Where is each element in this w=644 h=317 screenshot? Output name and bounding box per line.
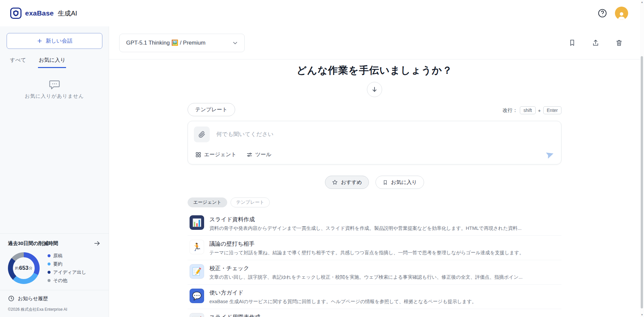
- scroll-down-arrow[interactable]: ▼: [640, 313, 644, 316]
- agent-list-item[interactable]: 🏃 議論の壁打ち相手 テーマに沿って対話を重ね、結論まで導く壁打ち相手です。共感…: [188, 236, 561, 260]
- agent-icon: 🏃: [190, 240, 204, 254]
- savings-stats-body: 約653分 原稿 要約 アイディア出し: [0, 249, 109, 290]
- sidebar-tabs: すべて お気に入り: [0, 55, 109, 68]
- clock-icon: [8, 295, 15, 302]
- app-logo[interactable]: exaBase 生成AI: [10, 7, 77, 19]
- recommended-filter-button[interactable]: おすすめ: [325, 176, 369, 189]
- model-selector-label: GPT-5.1 Thinking 🖼️ / Premium: [126, 39, 205, 46]
- savings-donut: 約653分: [8, 252, 40, 284]
- bookmark-button[interactable]: [568, 38, 577, 47]
- savings-prefix: 約: [15, 266, 19, 271]
- page-title: どんな作業を手伝いましょうか？: [188, 64, 561, 77]
- filter-row: おすすめ お気に入り: [188, 176, 561, 189]
- legend-dot: [48, 263, 51, 265]
- paperclip-icon: [198, 130, 206, 138]
- notifications-history[interactable]: お知らせ履歴: [0, 290, 109, 307]
- agent-title: 議論の壁打ち相手: [209, 240, 524, 248]
- grid-icon: [195, 152, 201, 158]
- sidebar: 新しい会話 すべて お気に入り お気に入りがありません 過去30日間の削減時間: [0, 26, 109, 317]
- scroll-up-arrow[interactable]: ▲: [640, 1, 644, 4]
- legend-item: 原稿: [48, 253, 86, 259]
- chat-bubble-icon: [49, 79, 60, 90]
- tag-template[interactable]: テンプレート: [231, 197, 270, 207]
- newline-hint-label: 改行：: [503, 107, 518, 114]
- tools-button[interactable]: ツール: [246, 151, 271, 158]
- arrow-down-icon: [371, 86, 378, 93]
- agent-list-item[interactable]: 💬 使い方ガイド exaBase 生成AIのサービスに関する質問に回答します。ヘ…: [188, 285, 561, 309]
- enter-key: Enter: [543, 106, 561, 114]
- agent-icon: 💬: [190, 289, 204, 303]
- agent-title: 校正・チェック: [209, 264, 522, 272]
- newline-hint: 改行： shift + Enter: [503, 106, 561, 114]
- recommended-filter-label: おすすめ: [341, 179, 362, 186]
- tools-button-label: ツール: [255, 151, 271, 158]
- shift-key: shift: [520, 106, 536, 114]
- legend-item: アイディア出し: [48, 269, 86, 275]
- agent-title: スライド用図表作成: [209, 313, 526, 317]
- main-content: GPT-5.1 Thinking 🖼️ / Premium: [109, 26, 640, 317]
- agent-description: 資料の骨子や発表内容からデザインまで一貫生成し、スライド資料を作成。製品説明や営…: [209, 225, 521, 231]
- chevron-down-icon: [232, 40, 238, 46]
- stats-arrow-button[interactable]: [93, 240, 101, 247]
- composer-actions-row: エージェント ツール: [194, 150, 555, 159]
- product-name: 生成AI: [58, 9, 77, 18]
- trash-icon: [615, 39, 623, 47]
- savings-value: 653: [19, 265, 28, 271]
- category-tags: エージェント テンプレート: [188, 197, 561, 207]
- send-button[interactable]: [545, 150, 555, 159]
- agent-title: スライド資料作成: [209, 216, 521, 223]
- agent-list-item[interactable]: 📝 校正・チェック 文章の言い回し、誤字脱字、表記ゆれをチェックし校正・校閲を実…: [188, 260, 561, 285]
- compose-toolbar: テンプレート 改行： shift + Enter: [188, 103, 561, 116]
- agent-button[interactable]: エージェント: [195, 151, 236, 158]
- model-selector[interactable]: GPT-5.1 Thinking 🖼️ / Premium: [119, 34, 245, 52]
- header-actions: [597, 7, 628, 20]
- sidebar-bottom: 過去30日間の削減時間 約653分: [0, 233, 109, 317]
- agent-list-item[interactable]: 📈 スライド用図表作成 資料の内容と色を指定するだけで、スライドにそのまま使える…: [188, 309, 561, 317]
- star-icon: [332, 179, 338, 185]
- exabase-logo-icon: [10, 7, 22, 19]
- agent-icon: 📈: [190, 313, 204, 317]
- new-conversation-button[interactable]: 新しい会話: [7, 33, 102, 49]
- template-button[interactable]: テンプレート: [188, 103, 235, 116]
- savings-legend: 原稿 要約 アイディア出し その他: [48, 253, 86, 284]
- help-button[interactable]: [597, 8, 608, 18]
- agent-icon: 📊: [190, 215, 204, 230]
- app: exaBase 生成AI: [0, 0, 644, 317]
- user-icon: [617, 11, 626, 20]
- upload-icon: [592, 39, 599, 47]
- favorites-filter-button[interactable]: お気に入り: [376, 176, 424, 189]
- scrollbar-thumb[interactable]: [641, 56, 643, 308]
- sliders-icon: [246, 152, 253, 158]
- delete-button[interactable]: [615, 38, 624, 47]
- legend-item: 要約: [48, 261, 86, 267]
- new-conversation-label: 新しい会話: [46, 38, 72, 45]
- app-header: exaBase 生成AI: [0, 0, 644, 26]
- notifications-history-label: お知らせ履歴: [18, 296, 48, 302]
- savings-unit: 分: [29, 266, 32, 271]
- content-column: どんな作業を手伝いましょうか？ テンプレート 改行： shift + Enter: [188, 64, 561, 317]
- favorites-empty-state: お気に入りがありません: [0, 79, 109, 99]
- scroll-down-button[interactable]: [367, 82, 382, 97]
- bookmark-icon: [568, 39, 576, 47]
- savings-title: 過去30日間の削減時間: [8, 240, 58, 247]
- composer-input-row: [194, 126, 555, 142]
- message-input[interactable]: [216, 131, 555, 138]
- tab-favorites[interactable]: お気に入り: [38, 55, 66, 68]
- bookmark-icon: [382, 180, 388, 185]
- share-button[interactable]: [591, 38, 600, 47]
- user-avatar[interactable]: [615, 7, 628, 20]
- send-icon: [546, 150, 555, 159]
- agent-button-label: エージェント: [204, 151, 236, 158]
- tab-all[interactable]: すべて: [9, 55, 27, 68]
- composer: エージェント ツール: [188, 121, 561, 164]
- attach-button[interactable]: [194, 126, 210, 142]
- legend-dot: [48, 271, 51, 274]
- agent-list-item[interactable]: 📊 スライド資料作成 資料の骨子や発表内容からデザインまで一貫生成し、スライド資…: [188, 211, 561, 236]
- scrollbar[interactable]: ▲ ▼: [640, 0, 644, 317]
- brand-name: exaBase: [25, 9, 54, 17]
- legend-dot: [48, 279, 51, 282]
- copyright: ©2026 株式会社Exa Enterprise AI: [0, 307, 109, 317]
- plus-icon: [37, 38, 43, 44]
- tag-agent[interactable]: エージェント: [188, 197, 227, 207]
- help-icon: [597, 8, 607, 18]
